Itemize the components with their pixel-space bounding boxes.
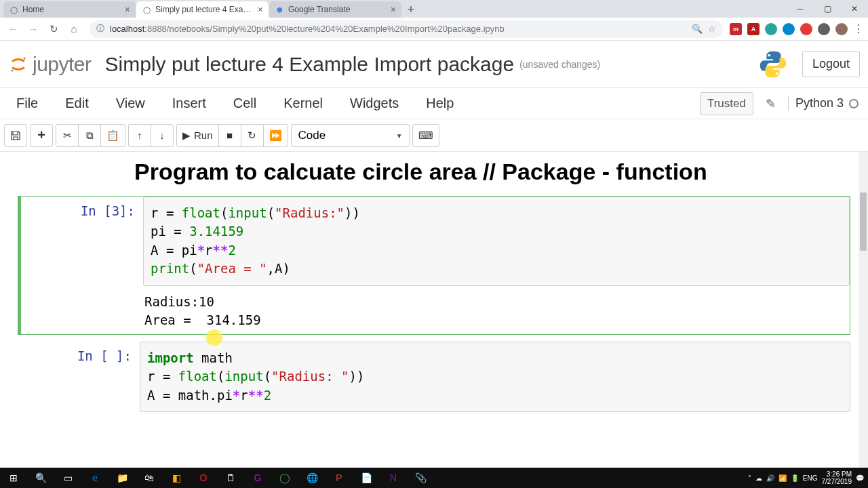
clock[interactable]: 3:26 PM 7/27/2019 — [822, 470, 852, 485]
extension-icon[interactable]: m — [730, 23, 742, 35]
app-icon[interactable]: ◧ — [163, 468, 190, 488]
start-button[interactable]: ⊞ — [0, 468, 27, 488]
move-down-button[interactable]: ↓ — [151, 124, 174, 147]
powerpoint-icon[interactable]: P — [326, 468, 353, 488]
notebook-container[interactable]: Program to calcuate circle area // Packa… — [0, 152, 868, 468]
extension-icon[interactable] — [800, 23, 812, 35]
scrollbar-track[interactable] — [859, 152, 868, 468]
code-input[interactable]: import math r = float(input("Radius: "))… — [140, 342, 850, 413]
menu-cell[interactable]: Cell — [220, 90, 270, 117]
restart-button[interactable]: ↻ — [241, 124, 264, 147]
kernel-indicator[interactable]: Python 3 — [788, 96, 859, 110]
tray-up-icon[interactable]: ˄ — [748, 474, 751, 482]
kernel-name: Python 3 — [795, 96, 844, 110]
move-up-button[interactable]: ↑ — [128, 124, 151, 147]
explorer-icon[interactable]: 📁 — [108, 468, 136, 488]
store-icon[interactable]: 🛍 — [136, 468, 163, 488]
interrupt-button[interactable]: ■ — [218, 124, 241, 147]
maximize-button[interactable]: ▢ — [814, 0, 841, 18]
toolbar: + ✂ ⧉ 📋 ↑ ↓ ▶ Run ■ ↻ ⏩ Code ⌨ — [0, 119, 868, 152]
menu-file[interactable]: File — [3, 90, 52, 117]
logout-button[interactable]: Logout — [802, 51, 860, 77]
browser-address-bar: ← → ↻ ⌂ ⓘ localhost:8888/notebooks/Simpl… — [0, 18, 868, 41]
app-icon[interactable]: ◯ — [271, 468, 298, 488]
forward-button[interactable]: → — [24, 20, 42, 38]
chrome-icon[interactable]: 🌐 — [298, 468, 326, 488]
notebook-title[interactable]: Simply put lecture 4 Example Import pack… — [105, 53, 515, 76]
profile-avatar[interactable] — [835, 23, 848, 35]
cut-button[interactable]: ✂ — [56, 124, 79, 147]
code-input[interactable]: r = float(input("Radius:")) pi = 3.14159… — [143, 197, 850, 286]
opera-icon[interactable]: O — [190, 468, 217, 488]
run-button[interactable]: ▶ Run — [176, 124, 219, 147]
code-cell[interactable]: In [ ]: import math r = float(input("Rad… — [18, 342, 850, 413]
menu-bar: File Edit View Insert Cell Kernel Widget… — [0, 88, 868, 119]
jupyter-logo-icon — [8, 54, 28, 75]
menu-insert[interactable]: Insert — [159, 90, 220, 117]
paste-button[interactable]: 📋 — [100, 124, 125, 147]
close-icon[interactable]: × — [125, 4, 130, 15]
minimize-button[interactable]: ─ — [787, 0, 814, 18]
url-input[interactable]: ⓘ localhost:8888/notebooks/Simply%20put%… — [90, 20, 723, 38]
app-icon[interactable]: G — [244, 468, 271, 488]
cell-type-select[interactable]: Code — [291, 124, 410, 147]
menu-edit[interactable]: Edit — [52, 90, 102, 117]
menu-widgets[interactable]: Widgets — [336, 90, 412, 117]
svg-point-1 — [12, 69, 14, 71]
code-output: Radius:10 Area = 314.159 — [143, 286, 850, 334]
svg-point-3 — [776, 72, 778, 75]
battery-icon[interactable]: 🔋 — [791, 474, 799, 482]
restart-run-all-button[interactable]: ⏩ — [263, 124, 288, 147]
command-palette-button[interactable]: ⌨ — [412, 124, 439, 147]
code-cell[interactable]: In [3]: r = float(input("Radius:")) pi =… — [18, 196, 850, 335]
onenote-icon[interactable]: N — [380, 468, 407, 488]
volume-icon[interactable]: 🔊 — [766, 474, 774, 482]
home-button[interactable]: ⌂ — [65, 20, 83, 38]
extension-icon[interactable] — [818, 23, 830, 35]
close-icon[interactable]: × — [258, 4, 263, 15]
notifications-icon[interactable]: 💬 — [856, 474, 864, 482]
notepad-icon[interactable]: 🗒 — [217, 468, 244, 488]
extension-icon[interactable] — [783, 23, 795, 35]
wifi-icon[interactable]: 📶 — [778, 474, 787, 482]
chrome-menu-icon[interactable]: ⋮ — [853, 22, 864, 35]
close-icon[interactable]: × — [391, 4, 396, 15]
insert-cell-button[interactable]: + — [30, 124, 53, 147]
new-tab-button[interactable]: + — [402, 1, 420, 18]
menu-help[interactable]: Help — [412, 90, 467, 117]
tab-title: Google Translate — [288, 5, 387, 14]
browser-tab-notebook[interactable]: ◯ Simply put lecture 4 Example Im × — [136, 1, 269, 18]
reload-button[interactable]: ↻ — [45, 20, 62, 38]
trusted-button[interactable]: Trusted — [700, 92, 753, 115]
tray-icons[interactable]: ˄ ☁ 🔊 📶 🔋 ENG — [748, 474, 818, 482]
task-view-icon[interactable]: ▭ — [54, 468, 81, 488]
site-info-icon[interactable]: ⓘ — [96, 23, 104, 35]
jupyter-favicon: ◯ — [142, 5, 151, 14]
menu-view[interactable]: View — [102, 90, 159, 117]
copy-button[interactable]: ⧉ — [78, 124, 101, 147]
search-icon[interactable]: 🔍 — [27, 468, 54, 488]
svg-point-0 — [24, 57, 26, 59]
save-button[interactable] — [4, 124, 27, 147]
url-host: localhost — [110, 24, 144, 34]
app-icon[interactable]: 📎 — [407, 468, 434, 488]
onedrive-icon[interactable]: ☁ — [755, 474, 762, 482]
menu-kernel[interactable]: Kernel — [270, 90, 336, 117]
bookmark-icon[interactable]: ☆ — [708, 24, 716, 34]
language-indicator[interactable]: ENG — [803, 474, 818, 482]
back-button[interactable]: ← — [4, 20, 22, 38]
edge-icon[interactable]: e — [81, 468, 108, 488]
jupyter-logo[interactable]: jupyter — [8, 53, 92, 76]
scrollbar-thumb[interactable] — [860, 192, 867, 251]
zoom-icon[interactable]: 🔍 — [692, 24, 703, 34]
close-window-button[interactable]: ✕ — [841, 0, 868, 18]
pencil-icon[interactable]: ✎ — [762, 96, 780, 111]
markdown-heading[interactable]: Program to calcuate circle area // Packa… — [134, 157, 863, 186]
app-icon[interactable]: 📄 — [353, 468, 380, 488]
browser-tab-home[interactable]: ◯ Home × — [3, 1, 136, 18]
window-controls: ─ ▢ ✕ — [787, 0, 868, 18]
extension-icon[interactable] — [765, 23, 777, 35]
url-path: :8888/notebooks/Simply%20put%20lecture%2… — [144, 24, 504, 34]
abp-icon[interactable]: A — [747, 23, 760, 35]
browser-tab-translate[interactable]: ⬢ Google Translate × — [269, 1, 401, 18]
